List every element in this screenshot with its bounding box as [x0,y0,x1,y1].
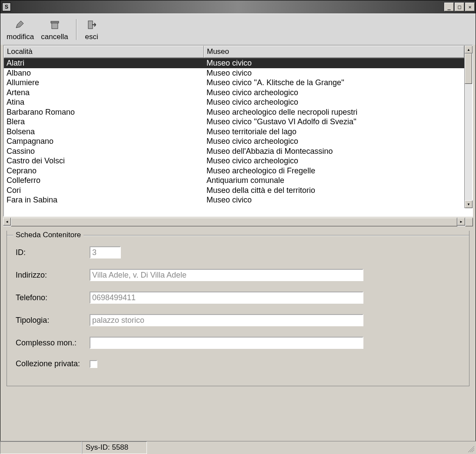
minimize-button[interactable]: _ [444,3,454,11]
cell-museo: Museo civico [204,58,472,68]
table-row[interactable]: AlbanoMuseo civico [4,68,472,78]
column-localita[interactable]: Località [4,46,204,58]
svg-rect-0 [52,23,58,29]
exit-icon [85,18,99,32]
table-row[interactable]: Barbarano RomanoMuseo archeologico delle… [4,107,472,117]
scroll-thumb-v[interactable] [465,53,472,84]
label-indirizzo: Indirizzo: [16,271,90,280]
table-row[interactable]: CepranoMuseo archeologico di Fregelle [4,166,472,176]
statusbar: Sys-ID: 5588 [0,441,476,454]
cell-localita: Cori [4,186,204,196]
scroll-right-icon[interactable]: ► [457,218,465,225]
input-indirizzo[interactable]: Villa Adele, v. Di Villa Adele [90,269,363,281]
cell-localita: Atina [4,97,204,107]
table-row[interactable]: AllumiereMuseo civico ''A. Klitsche de l… [4,78,472,88]
scroll-down-icon[interactable]: ▼ [465,200,473,208]
cell-museo: Museo dell'Abbazia di Montecassino [204,146,472,156]
table-row[interactable]: BolsenaMuseo territoriale del lago [4,127,472,137]
cell-localita: Blera [4,117,204,127]
cell-museo: Museo civico [204,195,472,205]
cell-museo: Antiquarium comunale [204,176,472,186]
cell-localita: Artena [4,88,204,98]
svg-line-3 [468,446,474,452]
toolbar: modifica cancella esci [0,13,476,45]
esci-label: esci [85,33,98,41]
cell-localita: Alatri [4,58,204,68]
modifica-label: modifica [7,33,34,41]
vertical-scrollbar[interactable]: ▲ ▼ [464,46,472,208]
column-museo[interactable]: Museo [204,46,464,58]
input-complesso[interactable] [90,337,363,349]
close-button[interactable]: ✕ [465,3,475,11]
resize-grip-icon[interactable] [467,445,475,453]
cell-museo: Museo della città e del territorio [204,186,472,196]
table-row[interactable]: ArtenaMuseo civico archeologico [4,88,472,98]
label-complesso: Complesso mon.: [16,338,90,348]
cell-museo: Museo civico ''A. Klitsche de la Grange'… [204,78,472,88]
grid-header: Località Museo [4,46,472,58]
table-row[interactable]: CassinoMuseo dell'Abbazia di Montecassin… [4,146,472,156]
cell-localita: Bolsena [4,127,204,137]
cancella-label: cancella [41,33,68,41]
scroll-left-icon[interactable]: ◄ [3,218,11,225]
label-collezione: Collezione privata: [16,359,90,368]
cell-localita: Castro dei Volsci [4,156,204,166]
scroll-corner [465,218,473,226]
input-telefono[interactable]: 0698499411 [90,292,363,304]
esci-button[interactable]: esci [81,16,102,43]
scheda-contenitore-panel: Scheda Contenitore ID: 3 Indirizzo: Vill… [7,231,469,386]
toolbar-separator [76,19,77,40]
delete-icon [48,18,62,32]
cell-localita: Campagnano [4,136,204,146]
checkbox-collezione[interactable] [90,360,97,368]
status-sysid: Sys-ID: 5588 [82,441,147,454]
cell-museo: Museo civico archeologico [204,97,472,107]
input-tipologia[interactable]: palazzo storico [90,314,363,326]
cell-museo: Museo archeologico delle necropoli rupes… [204,107,472,117]
label-tipologia: Tipologia: [16,316,90,325]
cell-localita: Colleferro [4,176,204,186]
cell-localita: Barbarano Romano [4,107,204,117]
horizontal-scrollbar[interactable]: ◄ ► [3,218,473,226]
svg-rect-2 [88,21,93,29]
table-row[interactable]: CampagnanoMuseo civico archeologico [4,136,472,146]
cell-museo: Museo civico archeologico [204,88,472,98]
cell-museo: Museo civico archeologico [204,136,472,146]
cell-localita: Fara in Sabina [4,195,204,205]
museum-grid[interactable]: Località Museo AlatriMuseo civicoAlbanoM… [3,45,473,217]
cell-museo: Museo civico [204,68,472,78]
input-id[interactable]: 3 [90,246,121,258]
table-row[interactable]: BleraMuseo civico ''Gustavo VI Adolfo di… [4,117,472,127]
panel-legend: Scheda Contenitore [13,231,83,239]
cancella-button[interactable]: cancella [37,16,71,43]
scroll-thumb-h[interactable] [11,218,457,226]
app-icon: S [2,3,11,11]
label-id: ID: [16,248,90,257]
table-row[interactable]: AlatriMuseo civico [4,58,472,68]
cell-localita: Albano [4,68,204,78]
modifica-button[interactable]: modifica [3,16,37,43]
table-row[interactable]: Castro dei VolsciMuseo civico archeologi… [4,156,472,166]
status-pane-1 [0,441,82,454]
cell-localita: Cassino [4,146,204,156]
titlebar: S _ □ ✕ [0,0,476,13]
table-row[interactable]: AtinaMuseo civico archeologico [4,97,472,107]
cell-museo: Museo civico archeologico [204,156,472,166]
scroll-up-icon[interactable]: ▲ [465,46,473,53]
cell-museo: Museo civico ''Gustavo VI Adolfo di Svez… [204,117,472,127]
table-row[interactable]: CoriMuseo della città e del territorio [4,186,472,196]
grid-body[interactable]: AlatriMuseo civicoAlbanoMuseo civicoAllu… [4,58,472,216]
maximize-button[interactable]: □ [455,3,464,11]
cell-museo: Museo territoriale del lago [204,127,472,137]
edit-icon [13,18,27,32]
label-telefono: Telefono: [16,293,90,302]
cell-museo: Museo archeologico di Fregelle [204,166,472,176]
cell-localita: Ceprano [4,166,204,176]
cell-localita: Allumiere [4,78,204,88]
table-row[interactable]: ColleferroAntiquarium comunale [4,176,472,186]
table-row[interactable]: Fara in SabinaMuseo civico [4,195,472,205]
svg-rect-1 [51,21,59,23]
